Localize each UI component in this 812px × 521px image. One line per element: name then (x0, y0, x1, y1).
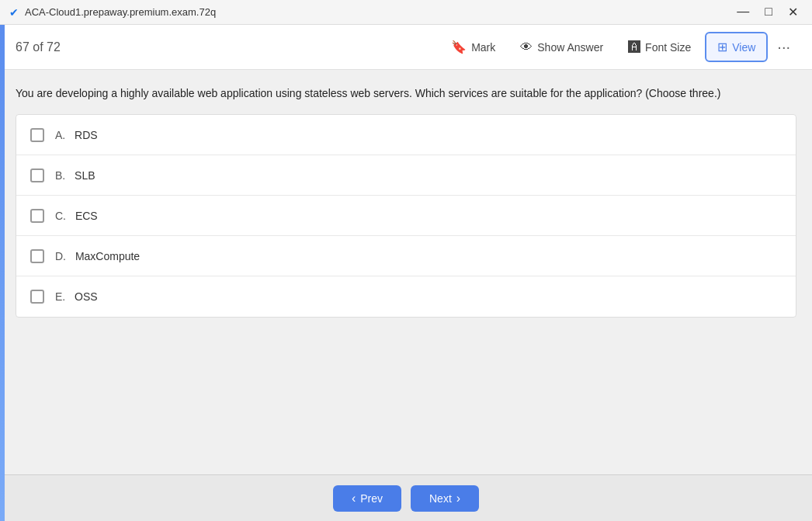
eye-icon: 👁 (520, 40, 533, 54)
option-label-d: D. MaxCompute (55, 250, 140, 262)
prev-button[interactable]: ‹ Prev (333, 485, 401, 512)
option-letter-3: D. (55, 250, 66, 262)
option-checkbox-e[interactable] (30, 290, 44, 304)
font-size-label: Font Size (645, 41, 691, 54)
mark-label: Mark (471, 41, 495, 54)
option-row-b[interactable]: B. SLB (16, 155, 796, 196)
options-container: A. RDSB. SLBC. ECSD. MaxComputeE. OSS (16, 114, 796, 318)
title-bar-left: ✔ ACA-Cloud1.prepaway.premium.exam.72q (9, 6, 216, 19)
more-button[interactable]: ··· (771, 35, 796, 59)
option-letter-1: B. (55, 169, 65, 182)
option-label-c: C. ECS (55, 210, 98, 222)
toolbar-right: 🔖 Mark 👁 Show Answer 🅰 Font Size ⊞ View … (440, 32, 796, 62)
option-row-e[interactable]: E. OSS (16, 276, 796, 317)
close-button[interactable]: ✕ (783, 3, 803, 21)
prev-label: Prev (360, 492, 383, 505)
option-label-a: A. RDS (55, 129, 98, 141)
option-label-e: E. OSS (55, 290, 98, 303)
mark-button[interactable]: 🔖 Mark (440, 33, 506, 61)
question-text: You are developing a highly available we… (16, 85, 796, 102)
option-checkbox-a[interactable] (30, 128, 44, 142)
option-label-b: B. SLB (55, 169, 95, 182)
option-checkbox-d[interactable] (30, 249, 44, 263)
option-row-d[interactable]: D. MaxCompute (16, 236, 796, 276)
title-bar: ✔ ACA-Cloud1.prepaway.premium.exam.72q —… (0, 0, 812, 25)
left-accent (0, 70, 5, 474)
check-icon: ✔ (9, 6, 19, 19)
chevron-left-icon: ‹ (352, 491, 356, 505)
option-row-a[interactable]: A. RDS (16, 115, 796, 155)
maximize-button[interactable]: □ (760, 3, 777, 21)
toolbar: 67 of 72 🔖 Mark 👁 Show Answer 🅰 Font Siz… (0, 25, 812, 70)
next-label: Next (429, 492, 452, 505)
option-letter-4: E. (55, 290, 65, 303)
option-letter-0: A. (55, 129, 65, 141)
next-button[interactable]: Next › (411, 485, 479, 512)
option-checkbox-c[interactable] (30, 209, 44, 223)
minimize-button[interactable]: — (732, 3, 754, 21)
font-size-button[interactable]: 🅰 Font Size (617, 34, 702, 61)
show-answer-button[interactable]: 👁 Show Answer (509, 34, 614, 61)
show-answer-label: Show Answer (537, 41, 603, 54)
title-bar-controls[interactable]: — □ ✕ (732, 3, 803, 21)
font-icon: 🅰 (628, 40, 640, 54)
view-icon: ⊞ (717, 40, 727, 54)
view-button[interactable]: ⊞ View (705, 32, 768, 62)
option-row-c[interactable]: C. ECS (16, 196, 796, 236)
main-content: You are developing a highly available we… (0, 70, 812, 474)
question-counter: 67 of 72 (16, 40, 61, 54)
bottom-bar: ‹ Prev Next › (0, 474, 812, 521)
chevron-right-icon: › (456, 491, 460, 505)
view-label: View (732, 41, 755, 54)
option-letter-2: C. (55, 210, 66, 222)
bookmark-icon: 🔖 (451, 40, 467, 54)
window-title: ACA-Cloud1.prepaway.premium.exam.72q (25, 6, 216, 18)
option-checkbox-b[interactable] (30, 168, 44, 182)
